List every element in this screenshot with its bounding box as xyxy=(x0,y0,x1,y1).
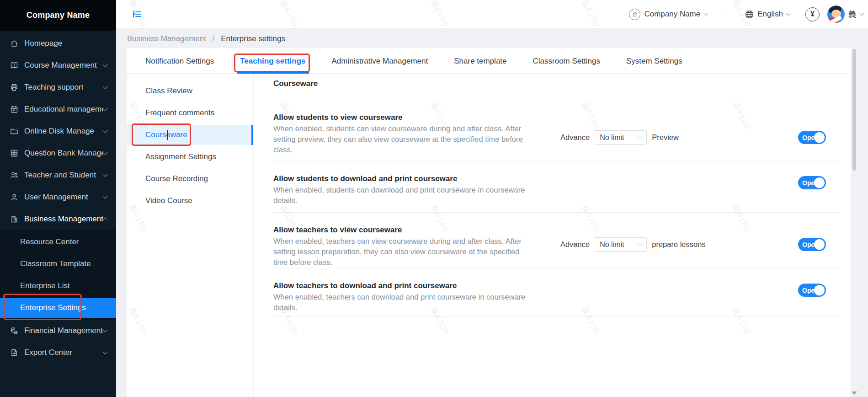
subnav-item-class-review[interactable]: Class Review xyxy=(127,80,253,102)
tab-teaching-settings[interactable]: Teaching settings xyxy=(240,48,305,73)
advance-controls: Advance No limit prepare lessons xyxy=(560,237,706,252)
toggle-students-download[interactable]: Open xyxy=(798,176,826,189)
sidebar-subitem-label: Enterprise List xyxy=(20,281,70,290)
chevron-down-icon xyxy=(102,62,107,67)
sidebar-item-label: Online Disk Manage xyxy=(24,127,94,136)
setting-title: Allow teachers to download and print cou… xyxy=(273,280,529,291)
sidebar-item-user-management[interactable]: User Management xyxy=(0,186,116,208)
tab-system-settings[interactable]: System Settings xyxy=(626,48,682,73)
content-heading: Courseware xyxy=(273,79,839,88)
toggle-knob xyxy=(814,132,825,143)
printer-icon xyxy=(9,82,19,92)
company-selector-label[interactable]: Company Name xyxy=(644,10,700,19)
sidebar-item-teaching-support[interactable]: Teaching support xyxy=(0,76,116,98)
screen: Company Name Homepage Course Management xyxy=(0,0,868,397)
book-icon xyxy=(9,60,19,70)
chevron-down-icon xyxy=(637,134,643,139)
setting-title: Allow teachers to view courseware xyxy=(273,225,529,236)
user-avatar[interactable] xyxy=(827,5,845,23)
setting-description: When enabled, students can download and … xyxy=(273,185,529,206)
sidebar-item-homepage[interactable]: Homepage xyxy=(0,32,116,54)
chevron-down-icon xyxy=(102,84,107,89)
subnav-item-assignment-settings[interactable]: Assignment Settings xyxy=(127,146,253,168)
chevron-down-icon[interactable] xyxy=(786,11,791,16)
tab-label: Notification Settings xyxy=(145,57,214,65)
sidebar-item-export-center[interactable]: Export Center xyxy=(0,342,116,364)
subnav-item-frequent-comments[interactable]: Frequent comments xyxy=(127,102,253,124)
toggle-knob xyxy=(814,239,825,250)
setting-text: Allow students to view courseware When e… xyxy=(273,112,529,155)
setting-row-teachers-view: Allow teachers to view courseware When e… xyxy=(273,213,839,268)
language-selector-label[interactable]: English xyxy=(757,10,783,19)
chevron-down-icon xyxy=(102,128,107,133)
company-icon: 企 xyxy=(629,9,640,20)
preview-label: Preview xyxy=(652,133,679,142)
setting-row-students-view: Allow students to view courseware When e… xyxy=(273,99,839,161)
toggle-teachers-download[interactable]: Open xyxy=(798,284,826,297)
company-title-text: Company Name xyxy=(27,11,90,20)
tab-administrative-management[interactable]: Administrative Management xyxy=(332,48,428,73)
sidebar-item-question-bank[interactable]: Question Bank Managem... xyxy=(0,142,116,164)
sidebar-nav: Homepage Course Management Teaching supp… xyxy=(0,31,116,364)
tab-share-template[interactable]: Share template xyxy=(454,48,506,73)
toggle-knob xyxy=(814,177,825,188)
sidebar-item-label: Teacher and Student xyxy=(24,171,96,180)
tab-bar: Notification Settings Teaching settings … xyxy=(127,48,851,74)
main-area: Business Management / Enterprise setting… xyxy=(116,29,868,397)
tab-label: System Settings xyxy=(626,57,682,65)
sidebar-collapse-icon[interactable] xyxy=(132,9,143,20)
sidebar: Company Name Homepage Course Management xyxy=(0,0,116,397)
sidebar-subitem-enterprise-list[interactable]: Enterprise List xyxy=(0,275,116,297)
chevron-down-icon[interactable] xyxy=(860,11,864,16)
advance-select[interactable]: No limit xyxy=(594,130,647,145)
text-cursor xyxy=(167,130,168,140)
subnav-label: Courseware xyxy=(145,130,187,139)
sidebar-item-label: Educational management xyxy=(24,105,103,114)
sidebar-item-course-management[interactable]: Course Management xyxy=(0,54,116,76)
subnav-item-course-recording[interactable]: Course Recording xyxy=(127,168,253,190)
chevron-down-icon xyxy=(102,172,107,177)
subnav-item-video-course[interactable]: Video Course xyxy=(127,190,253,212)
chevron-up-icon xyxy=(102,217,107,222)
advance-select[interactable]: No limit xyxy=(594,237,647,252)
sidebar-subitem-enterprise-settings[interactable]: Enterprise Settings xyxy=(0,298,116,318)
subnav-item-courseware[interactable]: Courseware xyxy=(127,125,253,145)
header-right-cluster: 企 Company Name English ¥ 義 xyxy=(629,5,863,23)
folder-icon xyxy=(9,126,19,136)
toggle-teachers-view[interactable]: Open xyxy=(798,238,826,251)
tab-label: Teaching settings xyxy=(240,57,305,65)
scrollbar-down-arrow[interactable] xyxy=(852,392,857,395)
sidebar-item-business-management[interactable]: Business Management xyxy=(0,208,116,230)
coins-icon xyxy=(9,326,19,336)
sidebar-subitem-resource-center[interactable]: Resource Center xyxy=(0,231,116,253)
setting-description: When enabled, teachers can download and … xyxy=(273,292,529,313)
scrollbar-thumb[interactable] xyxy=(852,49,856,171)
tab-classroom-settings[interactable]: Classroom Settings xyxy=(533,48,600,73)
tab-notification-settings[interactable]: Notification Settings xyxy=(145,48,214,73)
toggle-students-view[interactable]: Open xyxy=(798,131,826,144)
sidebar-company-title: Company Name xyxy=(0,0,116,31)
sidebar-item-label: Teaching support xyxy=(24,83,83,92)
sidebar-item-online-disk-manage[interactable]: Online Disk Manage xyxy=(0,120,116,142)
sidebar-item-financial-management[interactable]: Financial Management xyxy=(0,320,116,342)
panel-body: Class Review Frequent comments Coursewar… xyxy=(127,74,851,397)
tab-label: Administrative Management xyxy=(332,57,428,65)
settings-panel: Notification Settings Teaching settings … xyxy=(127,48,851,397)
courseware-settings-content: Courseware Allow students to view course… xyxy=(254,74,851,397)
building-icon xyxy=(9,214,19,224)
sidebar-item-label: Financial Management xyxy=(24,326,103,335)
setting-text: Allow teachers to view courseware When e… xyxy=(273,225,529,268)
chevron-down-icon xyxy=(102,150,107,155)
user-icon xyxy=(9,192,19,202)
chevron-down-icon[interactable] xyxy=(704,11,708,16)
sidebar-item-educational-management[interactable]: Educational management xyxy=(0,98,116,120)
breadcrumb-current: Enterprise settings xyxy=(221,34,285,43)
advance-select-value: No limit xyxy=(600,134,624,142)
breadcrumb-parent[interactable]: Business Management xyxy=(127,34,206,43)
sidebar-subitem-classroom-template[interactable]: Classroom Template xyxy=(0,253,116,275)
currency-yen-button[interactable]: ¥ xyxy=(805,7,820,21)
toggle-knob xyxy=(814,285,825,295)
user-name[interactable]: 義 xyxy=(848,9,856,20)
subnav-label: Video Course xyxy=(145,196,192,205)
sidebar-item-teacher-and-student[interactable]: Teacher and Student xyxy=(0,164,116,186)
